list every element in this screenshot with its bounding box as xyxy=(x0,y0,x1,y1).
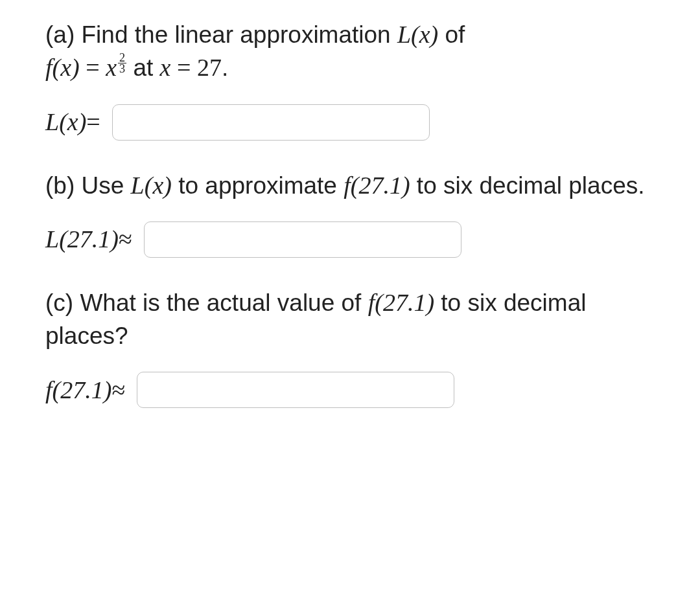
part-b-input[interactable] xyxy=(144,221,461,258)
part-b-prompt: (b) Use L(x) to approximate f(27.1) to s… xyxy=(45,169,661,202)
part-b-answer-label: L(27.1) ≈ xyxy=(45,223,132,256)
part-a-exp-den: 3 xyxy=(118,63,126,74)
part-a-label: (a) xyxy=(45,21,75,48)
part-b-text-2: to approximate xyxy=(172,172,344,199)
part-b-answer-rel: ≈ xyxy=(119,223,132,256)
part-a-text-1: Find the linear approximation xyxy=(75,21,397,48)
part-a-input[interactable] xyxy=(112,104,430,141)
part-a-eq: = xyxy=(80,54,106,81)
part-a-base: x xyxy=(106,54,117,81)
part-a-prompt: (a) Find the linear approximation L(x) o… xyxy=(45,18,661,85)
part-c-label: (c) xyxy=(45,289,73,316)
part-a-answer-label: L(x) = xyxy=(45,106,100,139)
part-b-text-3: to six decimal places. xyxy=(410,172,645,199)
part-c-answer-rel: ≈ xyxy=(111,374,125,407)
part-c-answer-row: f(27.1) ≈ xyxy=(45,372,661,408)
part-a-xeq: x = 27 xyxy=(160,54,222,81)
part-a-at: at xyxy=(126,54,159,81)
part-c-input[interactable] xyxy=(137,372,454,408)
part-a-text-of: of xyxy=(438,21,465,48)
part-a-answer-rel: = xyxy=(86,106,100,139)
part-c-answer-f: f(27.1) xyxy=(45,374,111,407)
part-c-fval: f(27.1) xyxy=(368,289,434,316)
part-b-fval: f(27.1) xyxy=(344,172,410,199)
part-b: (b) Use L(x) to approximate f(27.1) to s… xyxy=(45,169,661,258)
part-b-answer-L: L(27.1) xyxy=(45,223,119,256)
part-a-exponent: 23 xyxy=(118,52,126,74)
part-b-Lx: L(x) xyxy=(131,172,172,199)
part-c-answer-label: f(27.1) ≈ xyxy=(45,374,125,407)
part-a-answer-row: L(x) = xyxy=(45,104,661,141)
part-a-Lx: L(x) xyxy=(397,21,438,48)
part-b-answer-row: L(27.1) ≈ xyxy=(45,221,661,258)
part-c: (c) What is the actual value of f(27.1) … xyxy=(45,286,661,409)
part-a-answer-Lx: L(x) xyxy=(45,106,86,139)
part-b-label: (b) xyxy=(45,172,75,199)
part-c-prompt: (c) What is the actual value of f(27.1) … xyxy=(45,286,661,353)
part-a-fx: f(x) xyxy=(45,54,80,81)
part-b-text-1: Use xyxy=(75,172,130,199)
part-c-text-1: What is the actual value of xyxy=(73,289,368,316)
part-a-period: . xyxy=(222,54,228,81)
part-a: (a) Find the linear approximation L(x) o… xyxy=(45,18,661,141)
